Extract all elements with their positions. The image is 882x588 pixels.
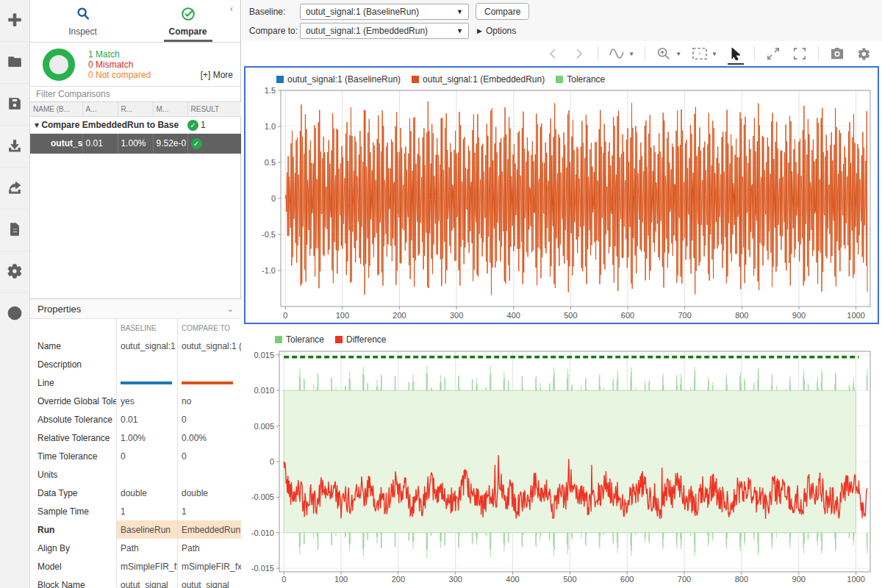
property-value-compare[interactable]: mSimpleFIR_fx <box>177 557 241 576</box>
svg-text:400: 400 <box>507 311 520 320</box>
properties-collapse-icon[interactable]: ⌄ <box>227 304 234 314</box>
difference-chart-container[interactable]: ToleranceDifference 01002003004005006007… <box>244 329 882 588</box>
help-button[interactable]: ? <box>0 293 29 335</box>
import-button[interactable] <box>0 126 29 168</box>
property-value-compare[interactable]: 1 <box>177 502 241 520</box>
group-label: Compare EmbeddedRun to Base <box>41 120 179 130</box>
baseline-dropdown-value: outut_signal:1 (BaselineRun) <box>306 7 419 17</box>
property-value-baseline[interactable]: BaselineRun <box>116 520 177 539</box>
property-value-compare[interactable]: 0 <box>177 410 241 429</box>
property-value-compare[interactable]: 0 <box>177 447 241 465</box>
chart-settings-icon[interactable] <box>856 46 872 62</box>
property-value-compare[interactable] <box>177 355 241 373</box>
compare-button[interactable]: Compare <box>476 3 529 20</box>
preferences-button[interactable] <box>0 251 29 293</box>
group-expander-icon[interactable]: ▾ <box>35 120 39 130</box>
property-value-compare[interactable] <box>177 465 241 484</box>
property-value-baseline[interactable]: yes <box>116 392 177 410</box>
property-value-baseline[interactable]: 1 <box>116 502 177 520</box>
signals-plot[interactable]: 010020030040050060070080090010001.51.00.… <box>245 87 878 323</box>
filter-comparisons-input[interactable] <box>30 87 240 102</box>
property-value-compare[interactable]: outut_signal <box>177 576 241 588</box>
property-value-compare[interactable]: 0.00% <box>177 429 241 447</box>
svg-text:-0.010: -0.010 <box>251 528 274 537</box>
property-row-sample-time: Sample Time11 <box>30 502 241 520</box>
collapse-panel-icon[interactable]: ‹ <box>226 3 237 14</box>
new-button[interactable] <box>0 0 29 42</box>
property-value-compare[interactable] <box>177 373 241 392</box>
legend-item: Tolerance <box>275 334 324 345</box>
legend-item: outut_signal:1 (EmbeddedRun) <box>412 74 545 85</box>
properties-title: Properties <box>37 304 81 315</box>
save-button[interactable] <box>0 84 29 126</box>
legend-label: outut_signal:1 (BaselineRun) <box>287 74 401 85</box>
svg-text:1000: 1000 <box>847 575 864 584</box>
property-value-compare[interactable]: Path <box>177 539 241 557</box>
chevron-down-icon[interactable]: ▼ <box>675 51 681 57</box>
property-value-baseline[interactable]: outut_signal <box>116 576 177 588</box>
svg-text:600: 600 <box>621 311 634 320</box>
property-value-baseline[interactable]: double <box>116 484 177 502</box>
property-value-baseline[interactable]: mSimpleFIR_fx <box>116 557 177 576</box>
legend-swatch-icon <box>276 76 284 83</box>
col-result[interactable]: RESULT <box>187 102 241 117</box>
property-value-compare[interactable]: EmbeddedRun <box>177 520 241 539</box>
property-value-compare[interactable]: double <box>177 484 241 502</box>
property-value-baseline[interactable] <box>116 465 177 484</box>
comparison-group-row[interactable]: ▾ Compare EmbeddedRun to Base ✓1 <box>30 117 241 134</box>
export-button[interactable] <box>0 168 29 209</box>
svg-text:-0.015: -0.015 <box>251 564 274 573</box>
snapshot-icon[interactable] <box>829 46 845 62</box>
property-value-baseline[interactable] <box>116 373 177 392</box>
zoom-region-icon[interactable] <box>692 46 708 62</box>
chevron-down-icon[interactable]: ▼ <box>711 51 717 57</box>
zoom-icon[interactable] <box>656 46 672 62</box>
signal-row-selected[interactable]: outut_si 0.01 1.00% 9.52e-0 ✓ <box>30 134 241 154</box>
signals-chart-container[interactable]: outut_signal:1 (BaselineRun)outut_signal… <box>244 66 879 324</box>
property-row-model: ModelmSimpleFIR_fxmSimpleFIR_fx <box>30 557 241 576</box>
property-value-baseline[interactable]: 0.01 <box>116 410 177 429</box>
fullscreen-icon[interactable] <box>792 46 808 62</box>
baseline-dropdown[interactable]: outut_signal:1 (BaselineRun) ▼ <box>300 4 469 20</box>
property-value-compare[interactable]: outut_signal:1 ( <box>177 337 241 355</box>
svg-text:0.015: 0.015 <box>254 351 274 359</box>
property-label: Time Tolerance <box>37 451 97 462</box>
difference-plot[interactable]: 010020030040050060070080090010000.0150.0… <box>244 347 882 588</box>
property-value-baseline[interactable]: 0 <box>116 447 177 465</box>
properties-grid: BASELINE COMPARE TO Nameoutut_signal:1 (… <box>30 319 241 588</box>
compare-to-dropdown[interactable]: outut_signal:1 (EmbeddedRun) ▼ <box>300 23 469 39</box>
group-match-icon: ✓ <box>187 120 198 131</box>
svg-text:100: 100 <box>334 575 348 584</box>
property-value-baseline[interactable]: Path <box>116 539 177 557</box>
back-icon[interactable] <box>545 46 561 62</box>
tab-compare[interactable]: Compare <box>135 0 240 42</box>
forward-icon[interactable] <box>571 46 587 62</box>
result-donut-chart <box>43 49 75 81</box>
create-report-button[interactable] <box>0 209 29 251</box>
cursor-icon[interactable] <box>728 46 744 62</box>
svg-text:?: ? <box>12 309 18 318</box>
tab-inspect[interactable]: Inspect <box>30 0 135 42</box>
property-row-run: RunBaselineRunEmbeddedRun <box>30 520 241 539</box>
property-row-description: Description <box>30 355 241 373</box>
open-button[interactable] <box>0 42 29 84</box>
expand-icon[interactable] <box>765 46 781 62</box>
svg-text:700: 700 <box>678 311 691 320</box>
property-value-baseline[interactable]: outut_signal:1 ( <box>116 337 177 355</box>
property-value-compare[interactable]: no <box>177 392 241 410</box>
baseline-label: Baseline: <box>249 7 300 17</box>
signal-trace-icon[interactable] <box>609 46 625 62</box>
col-rel-tol[interactable]: R... <box>118 102 153 117</box>
chevron-down-icon[interactable]: ▼ <box>628 51 634 57</box>
col-name[interactable]: NAME (B... <box>30 102 82 117</box>
col-max-diff[interactable]: M... <box>153 102 187 117</box>
signal-max-diff: 9.52e-0 <box>153 134 187 154</box>
col-abs-tol[interactable]: A... <box>82 102 118 117</box>
property-value-baseline[interactable]: 1.00% <box>116 429 177 447</box>
more-link[interactable]: [+] More <box>201 70 233 80</box>
inspect-magnifier-icon <box>75 6 91 24</box>
help-icon: ? <box>7 305 23 323</box>
options-expander[interactable]: ▶ Options <box>477 26 516 36</box>
comparison-panel: Inspect Compare ‹ 1 Match 0 Mismatch 0 N… <box>30 0 241 588</box>
property-value-baseline[interactable] <box>116 355 177 373</box>
